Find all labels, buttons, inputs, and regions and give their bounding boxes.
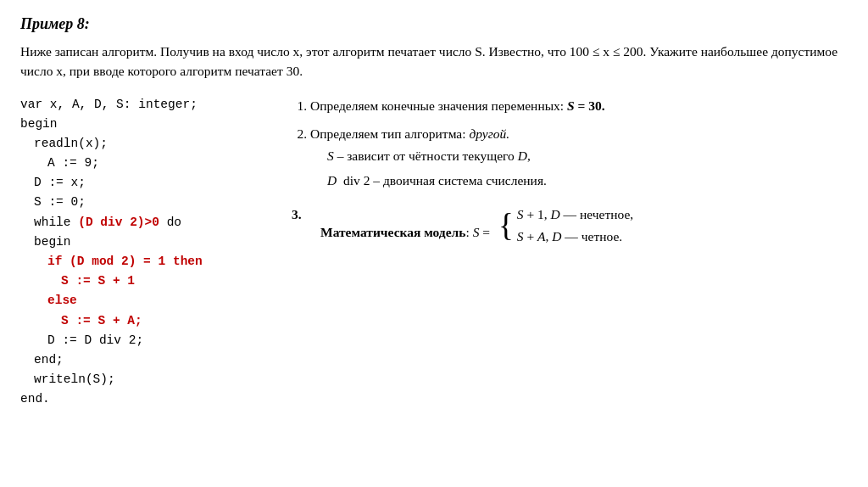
step1-formula: S = 30.	[567, 98, 605, 113]
brace-symbol: {	[498, 210, 514, 241]
step1-text: Определяем конечные значения переменных:	[310, 98, 567, 113]
steps-list: Определяем конечные значения переменных:…	[292, 95, 848, 192]
code-line-10: S := S + 1	[20, 271, 275, 291]
code-line-2: begin	[20, 115, 275, 134]
code-line-12: S := S + A;	[20, 311, 275, 331]
code-line-9: if (D mod 2) = 1 then	[20, 252, 275, 271]
explanation-block: Определяем конечные значения переменных:…	[283, 95, 848, 249]
step-1: Определяем конечные значения переменных:…	[310, 95, 848, 117]
code-line-11: else	[20, 291, 275, 311]
step2-sub: S – зависит от чётности текущего D, D di…	[310, 145, 848, 192]
code-line-14: end;	[20, 350, 275, 370]
code-line-8: begin	[20, 232, 275, 252]
step3-label: Математическая модель: S =	[320, 224, 493, 238]
page-title: Пример 8:	[20, 15, 848, 33]
code-line-1: var x, A, D, S: integer;	[20, 95, 275, 115]
step2-sub1: S – зависит от чётности текущего D,	[327, 145, 848, 167]
code-line-13: D := D div 2;	[20, 331, 275, 350]
step-3: 3. Математическая модель: S = { S + 1, D…	[292, 204, 848, 249]
step3-content: Математическая модель: S = { S + 1, D — …	[315, 204, 633, 249]
intro-paragraph: Ниже записан алгоритм. Получив на вход ч…	[20, 42, 848, 81]
code-line-16: end.	[20, 389, 275, 409]
step3-number: 3.	[292, 204, 315, 226]
code-line-6: S := 0;	[20, 193, 275, 212]
step2-italic: другой.	[469, 126, 509, 141]
case2: S + A, D — четное.	[517, 226, 633, 248]
step2-text: Определяем тип алгоритма:	[310, 126, 469, 141]
code-block: var x, A, D, S: integer; begin readln(x)…	[20, 95, 283, 410]
step2-sub2: D div 2 – двоичная система счисления.	[327, 170, 848, 192]
brace-cases: S + 1, D — нечетное, S + A, D — четное.	[517, 204, 633, 249]
code-line-4: A := 9;	[20, 154, 275, 173]
main-content: var x, A, D, S: integer; begin readln(x)…	[20, 95, 848, 410]
code-line-5: D := x;	[20, 173, 275, 193]
case1: S + 1, D — нечетное,	[517, 204, 633, 226]
code-line-3: readln(x);	[20, 134, 275, 154]
step3-formula: { S + 1, D — нечетное, S + A, D — четное…	[498, 204, 633, 249]
code-line-15: writeln(S);	[20, 370, 275, 389]
step-2: Определяем тип алгоритма: другой. S – за…	[310, 123, 848, 192]
code-line-7: while (D div 2)>0 do	[20, 213, 275, 232]
